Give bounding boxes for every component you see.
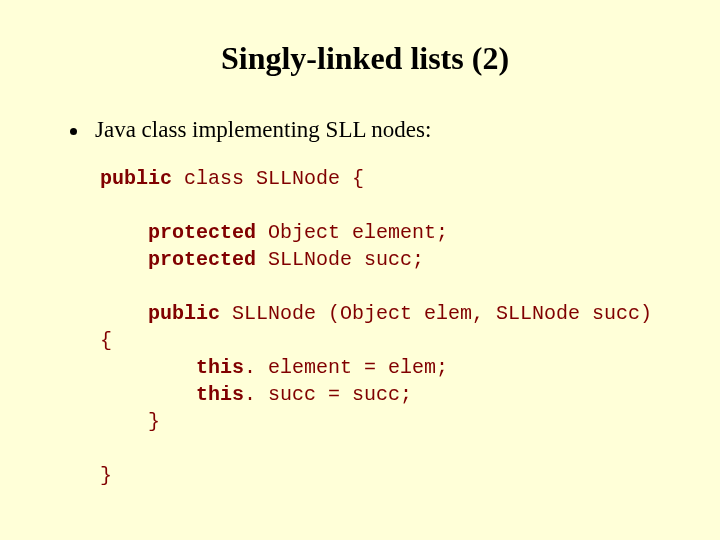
kw-this: this <box>196 356 244 379</box>
bullet-icon <box>70 128 77 135</box>
code-text: SLLNode succ; <box>256 248 424 271</box>
kw-this: this <box>196 383 244 406</box>
code-text: . element = elem; <box>244 356 448 379</box>
code-text: class SLLNode { <box>172 167 364 190</box>
kw-public: public <box>148 302 220 325</box>
code-text: SLLNode (Object elem, SLLNode succ) <box>220 302 652 325</box>
code-text: . succ = succ; <box>244 383 412 406</box>
code-brace: } <box>148 410 160 433</box>
code-brace: } <box>100 464 112 487</box>
slide: Singly-linked lists (2) Java class imple… <box>0 0 720 540</box>
code-brace: { <box>100 329 112 352</box>
kw-public: public <box>100 167 172 190</box>
bullet-item: Java class implementing SLL nodes: <box>70 117 670 143</box>
slide-title: Singly-linked lists (2) <box>60 40 670 77</box>
kw-protected: protected <box>148 248 256 271</box>
code-block: public class SLLNode { protected Object … <box>100 165 670 489</box>
code-text: Object element; <box>256 221 448 244</box>
bullet-text: Java class implementing SLL nodes: <box>95 117 431 143</box>
kw-protected: protected <box>148 221 256 244</box>
